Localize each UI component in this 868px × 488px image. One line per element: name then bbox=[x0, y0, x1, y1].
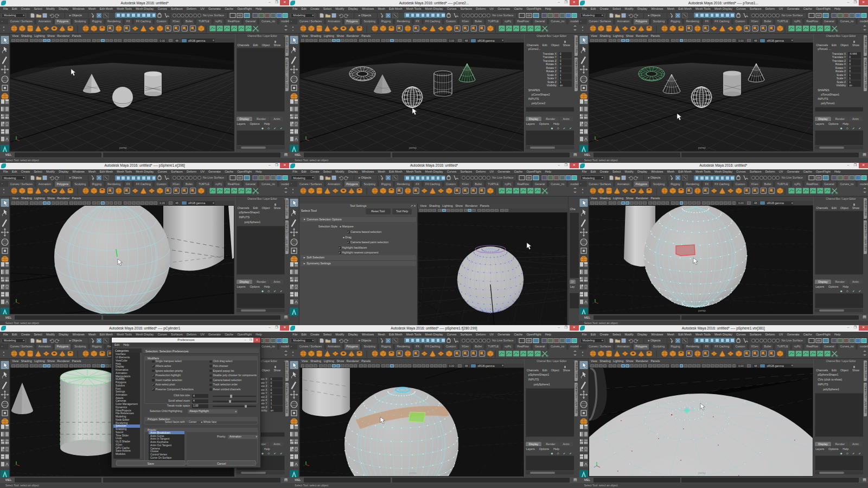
svg-text:persp: persp bbox=[409, 146, 417, 149]
svg-text:persp: persp bbox=[119, 146, 127, 149]
svg-text:persp: persp bbox=[698, 471, 706, 474]
svg-text:persp: persp bbox=[119, 309, 127, 312]
svg-text:persp: persp bbox=[698, 309, 706, 312]
svg-text:persp: persp bbox=[409, 471, 417, 474]
svg-text:persp: persp bbox=[698, 146, 706, 149]
